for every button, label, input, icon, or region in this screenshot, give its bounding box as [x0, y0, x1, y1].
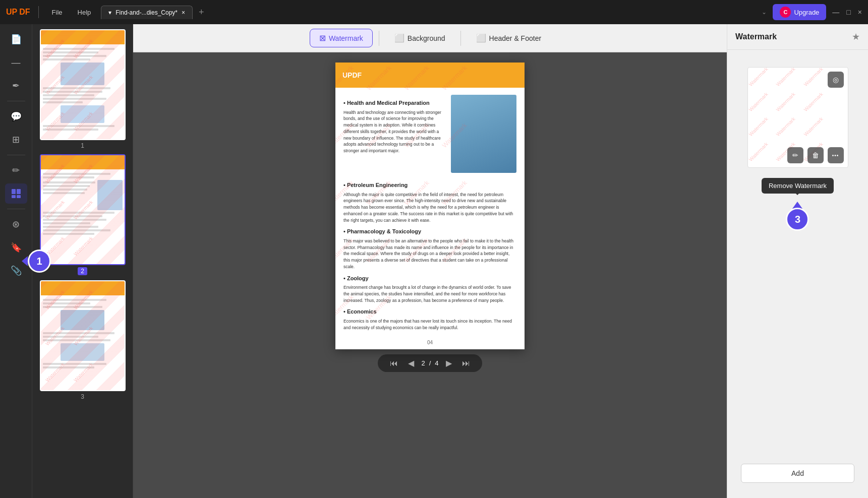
window-controls: — □ ×	[832, 8, 862, 16]
wm-thumb-actions: ✏ 🗑 •••	[787, 147, 844, 163]
section2-title: • Petroleum Engineering	[343, 181, 516, 190]
thumb-label-3: 3	[81, 393, 84, 400]
upgrade-label: Upgrade	[794, 9, 819, 16]
svg-rect-1	[17, 189, 21, 194]
section3-title: • Pharmacology & Toxicology	[343, 227, 516, 236]
toolbar: ⊠ Watermark ⬜ Background ⬜ Header & Foot…	[133, 24, 727, 52]
thumb-body-2	[41, 169, 125, 238]
thumb-body-1	[41, 44, 125, 134]
section4-title: • Zoology	[343, 274, 516, 283]
right-panel-header: Watermark ★	[727, 24, 868, 50]
pdf-student-image	[451, 95, 516, 173]
next-page-button[interactable]: ▶	[443, 357, 455, 369]
more-options-button[interactable]: •••	[828, 147, 844, 163]
callout-circle-3: 3	[786, 208, 809, 231]
thumb-label-2: 2	[78, 267, 87, 275]
thumb-frame-3: WatermarkWatermark WatermarkWatermark Wa…	[40, 280, 126, 391]
sidebar-divider-2	[7, 155, 25, 155]
comment-icon[interactable]: 💬	[5, 106, 27, 127]
callout-3-container: 3	[786, 202, 809, 231]
callout-1-arrow	[22, 256, 28, 266]
toggle-visibility-button[interactable]: ◎	[828, 72, 844, 88]
toolbar-sep-2	[460, 31, 461, 46]
sidebar-divider-3	[7, 209, 25, 209]
background-tab-button[interactable]: ⬜ Background	[385, 29, 454, 47]
dropdown-arrow-icon[interactable]: ⌄	[762, 9, 767, 16]
reader-mode-icon[interactable]: 📄	[5, 29, 27, 49]
tab-area: ▾ Find-and-...dies_Copy* × +	[101, 6, 757, 19]
page-navigation: ⏮ ◀ 2 / 4 ▶ ⏭	[378, 354, 482, 372]
total-pages: 4	[435, 359, 438, 367]
right-panel-body: WatermarkWatermark WatermarkWatermark Wa…	[727, 50, 868, 498]
header-footer-icon: ⬜	[476, 33, 486, 43]
remove-wm-section: Remove Watermark 3	[762, 178, 834, 231]
last-page-button[interactable]: ⏭	[459, 358, 473, 369]
tab-title: Find-and-...dies_Copy*	[115, 9, 178, 16]
watermark-icon: ⊠	[319, 33, 326, 43]
maximize-button[interactable]: □	[846, 8, 850, 16]
prev-page-button[interactable]: ◀	[405, 357, 417, 369]
pdf-logo: UPDF	[342, 71, 362, 79]
thumbnail-page-1[interactable]: WatermarkWatermark WatermarkWatermark Wa…	[37, 29, 128, 149]
thumb-frame-1: WatermarkWatermark WatermarkWatermark Wa…	[40, 29, 126, 140]
section5-text: Economics is one of the majors that has …	[343, 318, 516, 331]
pdf-viewer[interactable]: UPDF • Health and Medical Preparation He…	[133, 52, 727, 498]
titlebar: UPDF File Help ▾ Find-and-...dies_Copy* …	[0, 0, 868, 24]
watermark-label: Watermark	[329, 34, 363, 42]
left-sidebar: 📄 — ✒ 💬 ⊞ ✏ ⊛ 🔖 📎 1	[0, 24, 32, 498]
svg-rect-0	[12, 189, 16, 194]
file-menu[interactable]: File	[47, 7, 68, 18]
watermark-tab-button[interactable]: ⊠ Watermark	[310, 29, 373, 47]
pdf-page: UPDF • Health and Medical Preparation He…	[335, 63, 525, 349]
svg-rect-3	[17, 195, 21, 198]
tab-dropdown-arrow[interactable]: ▾	[108, 9, 111, 16]
sidebar-divider-1	[7, 101, 25, 101]
right-panel: Watermark ★ WatermarkWatermark Watermark…	[727, 24, 868, 498]
layout-icon[interactable]: ⊞	[5, 130, 27, 150]
edit-icon[interactable]: ✏	[5, 160, 27, 180]
toolbar-sep-1	[379, 31, 379, 46]
right-panel-title: Watermark	[735, 32, 777, 41]
header-footer-label: Header & Footer	[489, 34, 542, 42]
header-footer-tab-button[interactable]: ⬜ Header & Footer	[467, 29, 551, 47]
watermark-preview-thumb: WatermarkWatermark WatermarkWatermark Wa…	[747, 67, 848, 168]
new-tab-button[interactable]: +	[195, 7, 208, 18]
pdf-page-header: UPDF	[335, 63, 525, 88]
svg-rect-2	[12, 195, 16, 198]
section3-text: This major was believed to be an alterna…	[343, 238, 516, 270]
thumbnail-page-3[interactable]: WatermarkWatermark WatermarkWatermark Wa…	[37, 280, 128, 400]
upgrade-button[interactable]: C Upgrade	[773, 4, 826, 20]
thumb-header-2	[41, 155, 125, 169]
minus-icon: —	[5, 52, 27, 73]
stamp-icon[interactable]: ✒	[5, 76, 27, 96]
callout-1-container: 1	[22, 250, 51, 273]
main-layout: 📄 — ✒ 💬 ⊞ ✏ ⊛ 🔖 📎 1	[0, 24, 868, 498]
first-page-button[interactable]: ⏮	[387, 358, 401, 369]
delete-watermark-button[interactable]: 🗑	[807, 147, 824, 163]
remove-watermark-tooltip: Remove Watermark	[762, 178, 834, 194]
background-label: Background	[408, 34, 445, 42]
thumb-header-3	[41, 281, 125, 295]
thumb-header-1	[41, 30, 125, 44]
pdf-page-number: 04	[335, 338, 525, 349]
callout-circle-1: 1	[28, 250, 51, 273]
background-icon: ⬜	[394, 33, 404, 43]
layers-icon[interactable]: ⊛	[5, 214, 27, 234]
minimize-button[interactable]: —	[832, 8, 839, 16]
title-separator	[38, 6, 39, 18]
close-button[interactable]: ×	[858, 8, 862, 16]
active-tab[interactable]: ▾ Find-and-...dies_Copy* ×	[101, 6, 193, 19]
help-menu[interactable]: Help	[73, 7, 96, 18]
app-logo: UPDF	[6, 8, 30, 17]
star-icon[interactable]: ★	[852, 31, 860, 42]
add-watermark-button[interactable]: Add	[741, 464, 855, 483]
current-page: 2	[421, 359, 425, 367]
edit-watermark-button[interactable]: ✏	[787, 147, 803, 163]
pages-icon[interactable]	[5, 183, 27, 204]
titlebar-right: ⌄ C Upgrade — □ ×	[762, 4, 862, 20]
page-separator: /	[429, 359, 431, 367]
content-area: ⊠ Watermark ⬜ Background ⬜ Header & Foot…	[133, 24, 727, 498]
section2-text: Although the major is quite competitive …	[343, 192, 516, 224]
thumb-label-1: 1	[81, 142, 84, 149]
tab-close-button[interactable]: ×	[182, 9, 185, 16]
